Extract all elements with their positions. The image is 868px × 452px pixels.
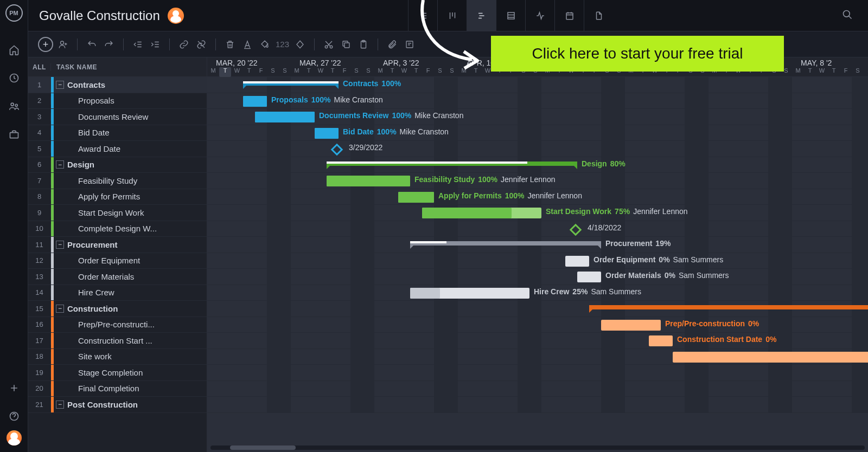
task-bar[interactable] <box>422 208 541 218</box>
task-row[interactable]: 5Award Date <box>28 141 207 157</box>
horizontal-scrollbar[interactable] <box>210 445 865 450</box>
outdent-button[interactable] <box>130 37 145 52</box>
task-row[interactable]: 1−Contracts <box>28 77 207 93</box>
task-row[interactable]: 21−Post Construction <box>28 397 207 413</box>
task-row[interactable]: 13Order Materials <box>28 269 207 285</box>
day-label: S <box>350 67 362 77</box>
assign-button[interactable] <box>55 37 71 52</box>
file-view-tab[interactable] <box>584 0 613 31</box>
task-bar[interactable] <box>649 335 673 346</box>
fill-button[interactable] <box>257 37 272 52</box>
free-trial-cta-button[interactable]: Click here to start your free trial <box>491 36 784 72</box>
expand-toggle-icon[interactable]: − <box>56 160 64 169</box>
task-row[interactable]: 20Final Completion <box>28 381 207 397</box>
task-bar[interactable] <box>410 288 529 299</box>
summary-bar[interactable] <box>327 162 577 166</box>
link-button[interactable] <box>176 37 192 52</box>
task-bar[interactable] <box>255 112 315 122</box>
day-label: S <box>267 67 279 77</box>
task-row[interactable]: 14Hire Crew <box>28 285 207 301</box>
paste-button[interactable] <box>356 37 371 52</box>
percent-icon[interactable]: 123 <box>275 40 290 49</box>
activity-view-tab[interactable] <box>525 0 554 31</box>
task-bar[interactable] <box>673 352 868 363</box>
app-logo[interactable]: PM <box>5 4 23 22</box>
expand-toggle-icon[interactable]: − <box>56 401 64 409</box>
task-row[interactable]: 19Stage Completion <box>28 365 207 381</box>
calendar-view-tab[interactable] <box>554 0 584 31</box>
task-row[interactable]: 12Order Equipment <box>28 253 207 269</box>
task-row[interactable]: 9Start Design Work <box>28 205 207 221</box>
help-icon[interactable] <box>8 410 21 423</box>
unlink-button[interactable] <box>194 37 209 52</box>
task-name-cell: Procurement <box>67 240 207 249</box>
summary-bar[interactable] <box>410 241 601 246</box>
task-bar[interactable] <box>327 176 410 186</box>
task-row[interactable]: 18Site work <box>28 349 207 365</box>
summary-bar[interactable] <box>589 305 868 309</box>
milestone-button[interactable] <box>292 37 308 52</box>
task-row[interactable]: 4Bid Date <box>28 125 207 141</box>
task-row[interactable]: 2Proposals <box>28 93 207 109</box>
add-task-button[interactable]: + <box>38 37 53 52</box>
delete-button[interactable] <box>222 37 238 52</box>
task-bar[interactable] <box>565 256 589 267</box>
text-style-button[interactable] <box>240 37 255 52</box>
bar-label: Order Equipment 0% Sam Summers <box>593 255 723 264</box>
scrollbar-thumb[interactable] <box>230 445 296 450</box>
day-label: S <box>434 67 446 77</box>
board-view-tab[interactable] <box>437 0 467 31</box>
expand-toggle-icon[interactable]: − <box>56 305 64 313</box>
row-number: 12 <box>28 256 51 264</box>
row-color-bar <box>51 381 54 397</box>
expand-toggle-icon[interactable]: − <box>56 81 64 89</box>
note-button[interactable] <box>402 37 417 52</box>
add-icon[interactable] <box>8 382 21 395</box>
task-row[interactable]: 7Feasibility Study <box>28 173 207 189</box>
task-row[interactable]: 8Apply for Permits <box>28 189 207 205</box>
sheet-view-tab[interactable] <box>496 0 525 31</box>
recent-icon[interactable] <box>8 72 21 85</box>
row-number: 19 <box>28 369 51 377</box>
task-bar[interactable] <box>315 128 339 139</box>
row-number: 16 <box>28 320 51 328</box>
row-color-bar <box>51 205 54 221</box>
header-task-name[interactable]: TASK NAME <box>51 63 97 71</box>
task-row[interactable]: 3Documents Review <box>28 109 207 125</box>
task-row[interactable]: 6−Design <box>28 157 207 173</box>
task-row[interactable]: 16Prep/Pre-constructi... <box>28 317 207 333</box>
task-name-cell: Hire Crew <box>78 288 207 297</box>
task-bar[interactable] <box>577 272 601 282</box>
task-row[interactable]: 10Complete Design W... <box>28 221 207 237</box>
milestone-marker[interactable] <box>570 223 582 236</box>
svg-point-8 <box>61 41 64 44</box>
task-row[interactable]: 11−Procurement <box>28 237 207 253</box>
home-icon[interactable] <box>8 43 21 56</box>
search-icon[interactable] <box>838 9 857 22</box>
gantt-view-tab[interactable] <box>467 0 496 31</box>
summary-bar[interactable] <box>243 81 339 86</box>
list-view-tab[interactable] <box>408 0 437 31</box>
expand-toggle-icon[interactable]: − <box>56 241 64 249</box>
header-all[interactable]: ALL <box>28 63 51 71</box>
row-number: 17 <box>28 337 51 345</box>
bar-label: Bid Date 100% Mike Cranston <box>343 127 449 136</box>
task-bar[interactable] <box>243 96 267 107</box>
row-number: 21 <box>28 401 51 409</box>
indent-button[interactable] <box>148 37 163 52</box>
redo-button[interactable] <box>101 37 117 52</box>
task-bar[interactable] <box>398 192 434 203</box>
row-number: 7 <box>28 177 51 185</box>
attach-button[interactable] <box>385 37 400 52</box>
team-icon[interactable] <box>8 100 21 113</box>
cut-button[interactable] <box>321 37 336 52</box>
project-owner-avatar[interactable] <box>168 8 184 24</box>
undo-button[interactable] <box>84 37 99 52</box>
copy-button[interactable] <box>339 37 354 52</box>
milestone-marker[interactable] <box>331 144 343 156</box>
task-row[interactable]: 15−Construction <box>28 301 207 317</box>
briefcase-icon[interactable] <box>8 128 21 141</box>
task-bar[interactable] <box>601 320 661 331</box>
task-row[interactable]: 17Construction Start ... <box>28 333 207 349</box>
user-avatar[interactable] <box>7 430 22 445</box>
